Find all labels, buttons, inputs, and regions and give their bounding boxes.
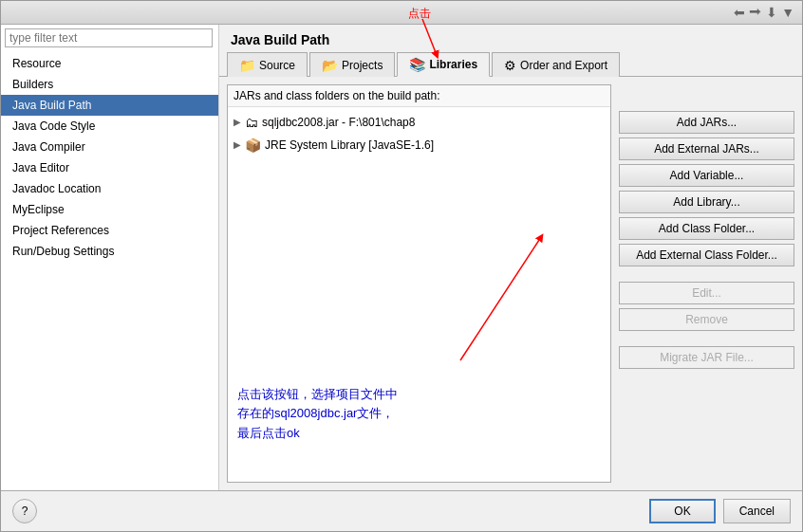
forward-icon[interactable]: ⮕ bbox=[749, 5, 762, 20]
sidebar-item-resource[interactable]: Resource bbox=[1, 53, 218, 74]
tree-item-sqljdbc[interactable]: ▶ 🗂 sqljdbc2008.jar - F:\801\chap8 bbox=[228, 111, 610, 134]
content-title: Java Build Path bbox=[219, 25, 802, 51]
expand-arrow-jre: ▶ bbox=[233, 136, 245, 155]
cancel-button[interactable]: Cancel bbox=[723, 499, 791, 523]
sidebar-item-run-debug-settings[interactable]: Run/Debug Settings bbox=[1, 241, 218, 262]
sidebar-item-java-build-path[interactable]: Java Build Path bbox=[1, 95, 218, 116]
remove-button[interactable]: Remove bbox=[619, 308, 794, 331]
add-class-folder-button[interactable]: Add Class Folder... bbox=[619, 217, 794, 240]
libraries-tab-icon: 📚 bbox=[409, 57, 425, 72]
filter-input[interactable] bbox=[5, 28, 213, 47]
sidebar-item-java-compiler[interactable]: Java Compiler bbox=[1, 137, 218, 157]
annotation-text: 点击该按钮，选择项目文件中 存在的sql2008jdbc.jar文件， 最后点击… bbox=[237, 385, 398, 444]
main-area: JARs and class folders on the build path… bbox=[219, 77, 802, 490]
help-button[interactable]: ? bbox=[12, 499, 37, 523]
dialog: ⬅ ⮕ ⬇ ▼ Resource Builders Java Build Pat… bbox=[0, 0, 803, 532]
add-variable-button[interactable]: Add Variable... bbox=[619, 164, 794, 187]
ok-button[interactable]: OK bbox=[649, 499, 715, 523]
tab-order-and-export[interactable]: ⚙ Order and Export bbox=[492, 52, 620, 77]
sidebar: Resource Builders Java Build Path Java C… bbox=[1, 25, 219, 490]
jar-icon: 🗂 bbox=[245, 113, 258, 132]
expand-arrow-sqljdbc: ▶ bbox=[233, 113, 245, 132]
source-tab-icon: 📁 bbox=[239, 58, 255, 73]
back-icon[interactable]: ⬅ bbox=[734, 5, 745, 20]
sidebar-list: Resource Builders Java Build Path Java C… bbox=[1, 51, 218, 490]
down-icon[interactable]: ⬇ bbox=[766, 5, 777, 20]
sidebar-item-builders[interactable]: Builders bbox=[1, 74, 218, 95]
dialog-body: Resource Builders Java Build Path Java C… bbox=[1, 25, 802, 490]
add-library-button[interactable]: Add Library... bbox=[619, 191, 794, 213]
dialog-header: ⬅ ⮕ ⬇ ▼ bbox=[1, 1, 802, 25]
migrate-jar-file-button[interactable]: Migrate JAR File... bbox=[619, 346, 794, 369]
tabs-bar: 📁 Source 📂 Projects 📚 Libraries ⚙ Order … bbox=[219, 51, 802, 77]
add-jars-button[interactable]: Add JARs... bbox=[619, 111, 794, 134]
sidebar-item-project-references[interactable]: Project References bbox=[1, 220, 218, 241]
buttons-panel: Add JARs... Add External JARs... Add Var… bbox=[619, 84, 794, 483]
sidebar-item-javadoc-location[interactable]: Javadoc Location bbox=[1, 178, 218, 199]
build-path-panel: JARs and class folders on the build path… bbox=[227, 84, 611, 483]
sidebar-item-java-code-style[interactable]: Java Code Style bbox=[1, 116, 218, 137]
sidebar-item-myeclipse[interactable]: MyEclipse bbox=[1, 199, 218, 220]
jre-icon: 📦 bbox=[245, 136, 261, 155]
tree-item-jre[interactable]: ▶ 📦 JRE System Library [JavaSE-1.6] bbox=[228, 134, 610, 156]
add-external-jars-button[interactable]: Add External JARs... bbox=[619, 138, 794, 160]
panel-label: JARs and class folders on the build path… bbox=[228, 85, 610, 107]
add-external-class-folder-button[interactable]: Add External Class Folder... bbox=[619, 244, 794, 266]
sidebar-item-java-editor[interactable]: Java Editor bbox=[1, 157, 218, 178]
tab-projects[interactable]: 📂 Projects bbox=[309, 52, 395, 77]
order-tab-icon: ⚙ bbox=[504, 58, 516, 73]
menu-icon[interactable]: ▼ bbox=[781, 5, 794, 20]
content-area: Java Build Path 📁 Source 📂 Projects 📚 Li… bbox=[219, 25, 802, 490]
bottom-bar: ? OK Cancel bbox=[1, 490, 802, 531]
bottom-right-buttons: OK Cancel bbox=[649, 499, 791, 523]
projects-tab-icon: 📂 bbox=[322, 58, 338, 73]
edit-button[interactable]: Edit... bbox=[619, 282, 794, 304]
tab-source[interactable]: 📁 Source bbox=[227, 52, 308, 77]
tab-libraries[interactable]: 📚 Libraries bbox=[397, 52, 490, 77]
